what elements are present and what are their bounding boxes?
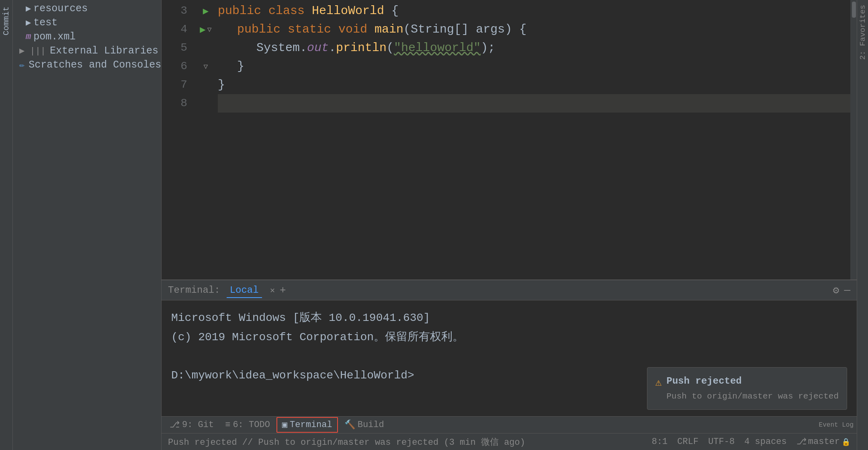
code-editor: 3 4 5 6 7 8 ▶ ▶ ▽ <box>162 0 857 279</box>
gutter-8 <box>194 94 218 113</box>
line-num-3: 3 <box>162 2 187 20</box>
system-kw: System. <box>256 39 307 57</box>
branch-name: master <box>808 437 840 447</box>
git-button[interactable]: ⎇ 9: Git <box>165 418 219 432</box>
kw-public: public <box>218 2 268 20</box>
sidebar-item-resources[interactable]: ▶ resources <box>13 2 161 16</box>
notification-text: Push rejected Push to origin/master was … <box>667 373 839 404</box>
gutter-5 <box>194 39 218 57</box>
terminal-label: Terminal: <box>168 285 220 296</box>
paren-open: ( <box>403 20 411 39</box>
line-endings[interactable]: CRLF <box>677 437 698 447</box>
tab-close-icon[interactable]: ✕ <box>270 286 275 295</box>
notification-title: Push rejected <box>667 373 839 390</box>
editor-scrollbar[interactable] <box>850 0 857 279</box>
indent-setting[interactable]: 4 spaces <box>744 437 787 447</box>
code-gutter: ▶ ▶ ▽ ▽ <box>194 0 218 279</box>
terminal-panel: Terminal: Local ✕ + ⚙ — Microsoft Window… <box>162 279 857 416</box>
todo-label: 6: TODO <box>233 420 270 430</box>
commit-button[interactable]: Commit <box>0 0 12 42</box>
project-sidebar: ▶ resources ▶ test m pom.xml ▶ ||| Exter… <box>13 0 162 450</box>
warning-icon: ⚠ <box>655 374 662 392</box>
fold-btn-6[interactable]: ▽ <box>194 57 218 76</box>
fold-icon-6[interactable]: ▽ <box>204 62 208 71</box>
event-log-button[interactable]: Event Log <box>819 421 854 429</box>
string-value: "helloworld" <box>394 39 481 57</box>
paren2: ( <box>387 39 394 57</box>
run-icon-4[interactable]: ▶ <box>200 24 205 35</box>
run-icon-3[interactable]: ▶ <box>203 5 209 17</box>
terminal-content[interactable]: Microsoft Windows [版本 10.0.19041.630] (c… <box>162 300 857 416</box>
main-area: Commit ▶ resources ▶ test m pom.xml ▶ ||… <box>0 0 868 450</box>
terminal-tab-local[interactable]: Local ✕ <box>227 285 275 296</box>
status-left: Push rejected // Push to origin/master w… <box>168 436 652 448</box>
kw-class: class <box>268 2 312 20</box>
code-line-6: } <box>218 57 850 76</box>
notification-body: Push to origin/master was rejected <box>667 389 839 404</box>
sidebar-item-pom[interactable]: m pom.xml <box>13 30 161 44</box>
status-right: 8:1 CRLF UTF-8 4 spaces ⎇ master 🔒 <box>652 436 850 447</box>
sidebar-item-label: test <box>33 17 57 29</box>
gutter-7 <box>194 76 218 94</box>
kw-static: static <box>288 20 338 39</box>
println-method: println <box>336 39 387 57</box>
terminal-icon: ▣ <box>282 419 287 430</box>
line-num-6: 6 <box>162 57 187 76</box>
lock-icon: 🔒 <box>841 438 850 446</box>
code-line-7: } <box>218 76 850 94</box>
class-name: HelloWorld <box>312 2 384 20</box>
code-line-3: public class HelloWorld { <box>218 2 850 20</box>
terminal-button[interactable]: ▣ Terminal <box>276 417 338 433</box>
line-num-4: 4 <box>162 20 187 39</box>
status-message[interactable]: Push rejected // Push to origin/master w… <box>168 436 525 448</box>
out-field: out <box>307 39 329 57</box>
todo-button[interactable]: ≡ 6: TODO <box>220 418 275 432</box>
sidebar-item-test[interactable]: ▶ test <box>13 16 161 30</box>
run-btn-4[interactable]: ▶ ▽ <box>194 20 218 39</box>
code-line-4: public static void main ( String [] args… <box>218 20 850 39</box>
terminal-label-btn: Terminal <box>290 420 332 430</box>
terminal-toolbar: Terminal: Local ✕ + ⚙ — <box>162 280 857 300</box>
terminal-minimize-icon[interactable]: — <box>844 284 850 296</box>
brace-open: { <box>384 2 399 20</box>
scratch-icon: ✏ <box>19 60 25 70</box>
code-content[interactable]: public class HelloWorld { public static … <box>218 0 850 279</box>
favorites-button[interactable]: 2: Favorites <box>857 0 868 65</box>
line-numbers: 3 4 5 6 7 8 <box>162 0 194 279</box>
folder-icon: ▶ <box>26 17 31 28</box>
sidebar-item-scratches[interactable]: ✏ Scratches and Consoles <box>13 58 161 72</box>
terminal-add-button[interactable]: + <box>280 284 286 296</box>
folder-icon: ▶ <box>26 3 31 14</box>
line-num-7: 7 <box>162 76 187 94</box>
git-icon: ⎇ <box>170 419 180 430</box>
tab-local-label[interactable]: Local <box>227 283 262 298</box>
brace-close-7: } <box>218 76 225 94</box>
line-num-8: 8 <box>162 94 187 113</box>
method-main: main <box>375 20 403 39</box>
pom-icon: m <box>26 32 31 42</box>
run-btn-3[interactable]: ▶ <box>194 2 218 20</box>
sidebar-item-label: Scratches and Consoles <box>29 59 161 71</box>
charset-indicator[interactable]: UTF-8 <box>708 437 735 447</box>
git-label: 9: Git <box>182 420 214 430</box>
dot: . <box>329 39 336 57</box>
code-line-5: System. out . println ( "helloworld" ); <box>218 39 850 57</box>
branch-icon: ⎇ <box>796 436 807 447</box>
cursor-position[interactable]: 8:1 <box>652 437 668 447</box>
code-line-8[interactable] <box>218 94 850 113</box>
paren-close: ); <box>481 39 495 57</box>
kw-public2: public <box>237 20 288 39</box>
scrollbar-thumb[interactable] <box>852 2 856 18</box>
fold-icon-4[interactable]: ▽ <box>207 25 212 34</box>
git-branch[interactable]: ⎇ master 🔒 <box>796 436 850 447</box>
terminal-settings-icon[interactable]: ⚙ <box>833 284 839 297</box>
bottom-toolbar: ⎇ 9: Git ≡ 6: TODO ▣ Terminal 🔨 Build Ev… <box>162 416 857 433</box>
sidebar-item-libraries[interactable]: ▶ ||| External Libraries <box>13 44 161 58</box>
build-label: Build <box>358 420 384 430</box>
build-icon: 🔨 <box>344 419 355 430</box>
args-param: args) { <box>476 20 526 39</box>
empty-line <box>218 94 225 113</box>
build-button[interactable]: 🔨 Build <box>340 418 389 432</box>
status-bar: Push rejected // Push to origin/master w… <box>162 433 857 450</box>
sidebar-item-label: resources <box>33 3 88 14</box>
